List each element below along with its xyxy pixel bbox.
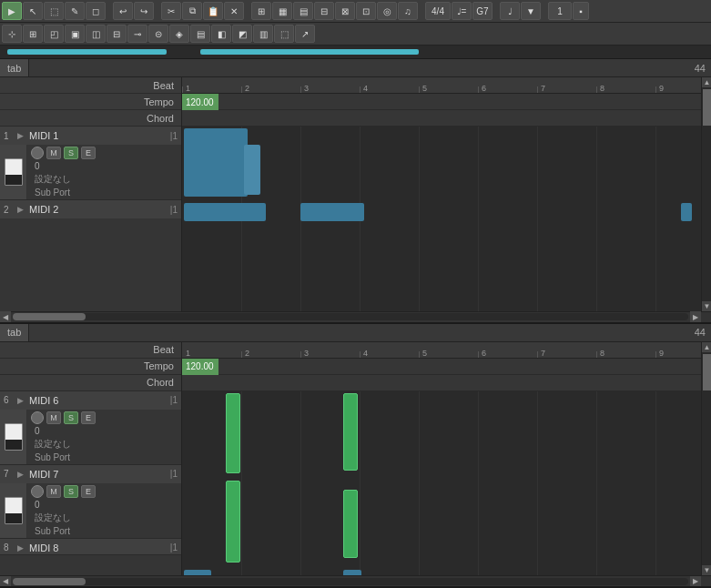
midi-block-8-1[interactable]: [184, 570, 211, 576]
tool5-button[interactable]: ⊠: [335, 2, 355, 20]
progress-area: [0, 46, 711, 59]
st10-button[interactable]: ▤: [190, 25, 210, 43]
midi-block-6-2[interactable]: [343, 393, 358, 471]
erase-button[interactable]: ◻: [86, 2, 106, 20]
st15-button[interactable]: ↗: [295, 25, 315, 43]
midi-block-2-1[interactable]: [184, 203, 266, 221]
v-scroll-thumb-1: [703, 89, 711, 126]
midi-block-1-2[interactable]: [244, 145, 260, 195]
h-scrollbar-1: ◀ ▶: [0, 311, 711, 322]
track-s-7[interactable]: S: [64, 485, 78, 498]
num1-button[interactable]: 1: [548, 2, 572, 20]
midi-block-1-1[interactable]: [184, 128, 248, 197]
track-e-6[interactable]: E: [81, 411, 96, 424]
v-scroll-track-2[interactable]: [702, 352, 711, 566]
tool6-button[interactable]: ⊡: [356, 2, 376, 20]
v-scroll-down-1[interactable]: ▼: [702, 301, 711, 311]
tempo-button[interactable]: ♩=: [452, 2, 472, 20]
tempo-val-2: 120.00: [182, 359, 218, 375]
track-id-7: |1: [170, 469, 178, 479]
st5-button[interactable]: ◫: [86, 25, 106, 43]
st12-button[interactable]: ◩: [232, 25, 252, 43]
midi-block-8-2[interactable]: [343, 570, 361, 576]
h-scroll-left-2[interactable]: ◀: [0, 576, 11, 587]
grid2-v-6: [478, 391, 479, 576]
track-m-6[interactable]: M: [46, 411, 61, 424]
st11-button[interactable]: ◧: [211, 25, 231, 43]
tab-label-2[interactable]: tab: [0, 324, 29, 341]
h-scroll-right-2[interactable]: ▶: [690, 576, 701, 587]
ruler-global-2: 1 2 3 4 5 6 7 8: [182, 342, 701, 391]
midi-block-2-2[interactable]: [300, 203, 364, 221]
st9-button[interactable]: ◈: [169, 25, 189, 43]
st1-button[interactable]: ⊹: [2, 25, 22, 43]
st6-button[interactable]: ⊟: [107, 25, 127, 43]
track-power-7[interactable]: [31, 485, 44, 498]
st7-button[interactable]: ⊸: [127, 25, 147, 43]
h-scroll-track-2[interactable]: [13, 578, 688, 585]
track-arrow-8[interactable]: ▶: [17, 543, 26, 553]
st2-button[interactable]: ⊞: [23, 25, 43, 43]
st14-button[interactable]: ⬚: [274, 25, 294, 43]
track-power-6[interactable]: [31, 411, 44, 424]
select-button[interactable]: ⬚: [44, 2, 64, 20]
grid2-v-2: [241, 391, 242, 576]
st4-button[interactable]: ▣: [65, 25, 85, 43]
tool8-button[interactable]: ♫: [398, 2, 418, 20]
tool4-button[interactable]: ⊟: [314, 2, 334, 20]
track-s-6[interactable]: S: [64, 411, 78, 424]
delete-button[interactable]: ✕: [224, 2, 244, 20]
tool1-button[interactable]: ⊞: [251, 2, 271, 20]
num-group: 1 ▪: [548, 2, 589, 20]
track-m-7[interactable]: M: [46, 485, 61, 498]
track-arrow-1[interactable]: ▶: [17, 131, 26, 140]
track-power-1[interactable]: [31, 147, 44, 159]
midi-block-7-1[interactable]: [226, 481, 240, 563]
tool7-button[interactable]: ◎: [377, 2, 397, 20]
v-scroll-down-2[interactable]: ▼: [702, 565, 711, 575]
v-scroll-thumb-2: [703, 354, 711, 390]
midi-block-7-2[interactable]: [343, 490, 358, 558]
v-scroll-track-1[interactable]: [702, 87, 711, 301]
v-scroll-up-1[interactable]: ▲: [702, 77, 711, 87]
st3-button[interactable]: ◰: [44, 25, 64, 43]
tool3-button[interactable]: ▤: [293, 2, 313, 20]
time-sig-button[interactable]: 4/4: [425, 2, 451, 20]
note-down-button[interactable]: ▼: [521, 2, 541, 20]
track-e-1[interactable]: E: [81, 147, 96, 159]
ruler-mark-1: 1: [184, 84, 190, 93]
note-button[interactable]: ♩: [500, 2, 520, 20]
undo-button[interactable]: ↩: [113, 2, 133, 20]
cut-button[interactable]: ✂: [161, 2, 181, 20]
track-e-7[interactable]: E: [81, 485, 96, 498]
v-scroll-up-2[interactable]: ▲: [702, 342, 711, 352]
key-button[interactable]: G7: [472, 2, 493, 20]
play-button[interactable]: ▶: [2, 2, 22, 20]
paste-button[interactable]: 📋: [203, 2, 223, 20]
st8-button[interactable]: ⊝: [148, 25, 168, 43]
redo-button[interactable]: ↪: [134, 2, 154, 20]
st13-button[interactable]: ▥: [253, 25, 273, 43]
draw-button[interactable]: ✎: [65, 2, 85, 20]
track-arrow-6[interactable]: ▶: [17, 396, 26, 405]
track-arrow-2[interactable]: ▶: [17, 205, 26, 214]
tool2-button[interactable]: ▦: [272, 2, 292, 20]
track-s-1[interactable]: S: [64, 147, 78, 159]
h-scroll-track-1[interactable]: [13, 313, 688, 320]
track-name-8: MIDI 8: [29, 542, 168, 553]
midi-block-2-3[interactable]: [681, 203, 692, 221]
h-scroll-left-1[interactable]: ◀: [0, 311, 11, 322]
track-inner-1: M S E 0 設定なし Sub Port: [0, 145, 181, 199]
track-arrow-7[interactable]: ▶: [17, 470, 26, 479]
tab-label-1[interactable]: tab: [0, 59, 29, 76]
track-m-1[interactable]: M: [46, 147, 61, 159]
midi-block-6-1[interactable]: [226, 393, 240, 473]
song-pane-2: tab 44 Beat Tempo Chord 6 ▶: [0, 324, 711, 589]
h-scroll-right-1[interactable]: ▶: [690, 311, 701, 322]
grid-v-9: [655, 127, 656, 311]
tab-num-1: 44: [695, 63, 711, 74]
copy-button[interactable]: ⧉: [182, 2, 202, 20]
cursor-button[interactable]: ↖: [23, 2, 43, 20]
second-tools: ⊹ ⊞ ◰ ▣ ◫ ⊟ ⊸ ⊝ ◈ ▤ ◧ ◩ ▥ ⬚ ↗: [2, 25, 315, 43]
num-extra-button[interactable]: ▪: [573, 2, 589, 20]
